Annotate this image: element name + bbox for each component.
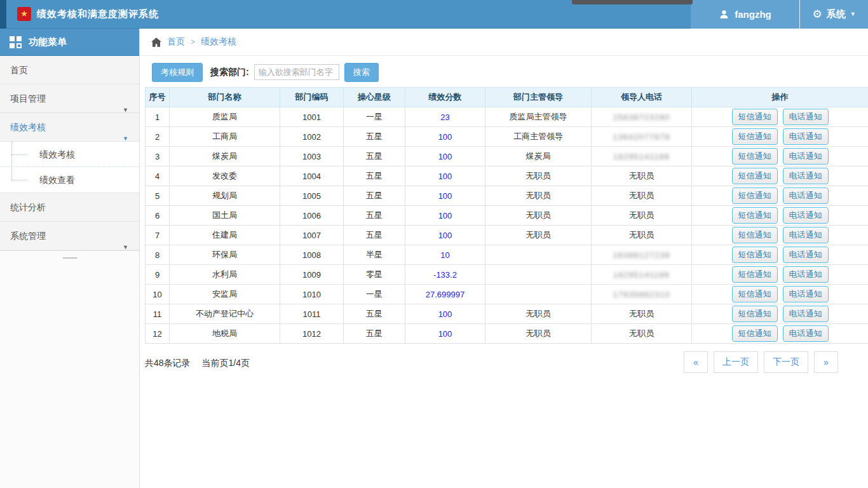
call-notify-button[interactable]: 电话通知	[783, 247, 829, 263]
sidebar-item-home[interactable]: 首页	[0, 56, 139, 85]
call-notify-button[interactable]: 电话通知	[783, 325, 829, 342]
call-notify-button[interactable]: 电话通知	[783, 286, 829, 302]
call-notify-button[interactable]: 电话通知	[783, 187, 829, 204]
sms-notify-button[interactable]: 短信通知	[732, 325, 778, 342]
score-link[interactable]: 23	[440, 112, 449, 122]
col-header-dept-code: 部门编码	[280, 88, 344, 107]
cell-star-level: 五星	[344, 147, 405, 166]
cell-dept-name: 煤炭局	[170, 147, 280, 166]
current-page-text: 当前页1/4页	[201, 358, 249, 368]
cell-dept-name: 水利局	[170, 265, 280, 285]
sidebar-item-label: 项目管理	[10, 93, 46, 104]
topbar-left-strip	[0, 0, 6, 29]
cell-score: 100	[405, 226, 485, 245]
cell-dept-name: 发改委	[170, 166, 280, 186]
last-page-button[interactable]: »	[814, 351, 838, 373]
sidebar: 功能菜单 首页 项目管理 ▼ 绩效考核 ▼ 绩效考核 绩效查看 统计分析 系统管…	[0, 29, 140, 488]
sms-notify-button[interactable]: 短信通知	[732, 128, 778, 145]
sidebar-subitem-performance-view[interactable]: 绩效查看	[0, 167, 139, 193]
cell-score: 100	[405, 206, 485, 226]
cell-no: 5	[146, 186, 170, 206]
cell-actions: 短信通知电话通知	[692, 186, 868, 206]
sms-notify-button[interactable]: 短信通知	[732, 207, 778, 224]
table-row: 12地税局1012五星100无职员无职员短信通知电话通知	[146, 324, 868, 344]
call-notify-button[interactable]: 电话通知	[783, 128, 829, 145]
call-notify-button[interactable]: 电话通知	[783, 207, 829, 224]
breadcrumb-current[interactable]: 绩效考核	[201, 36, 236, 48]
main-content: 首页 > 绩效考核 考核规则 搜索部门: 搜索 序号 部门名称 部门编码 操心星…	[140, 29, 868, 488]
cell-score: 100	[405, 166, 485, 186]
cell-score: 100	[405, 147, 485, 166]
call-notify-button[interactable]: 电话通知	[783, 306, 829, 322]
cell-leader-phone: 17935862310	[592, 285, 692, 304]
sidebar-header: 功能菜单	[0, 29, 139, 56]
system-menu[interactable]: ⚙ 系统 ▼	[800, 0, 868, 29]
cell-dept-name: 不动产登记中心	[170, 304, 280, 324]
sidebar-subitem-performance-assessment[interactable]: 绩效考核	[0, 142, 139, 167]
assessment-rules-button[interactable]: 考核规则	[152, 63, 203, 82]
score-link[interactable]: 100	[438, 191, 452, 201]
breadcrumb-home-link[interactable]: 首页	[167, 36, 185, 48]
sidebar-subitem-label: 绩效查看	[39, 175, 75, 185]
chevron-down-icon: ▼	[123, 233, 128, 261]
score-link[interactable]: -133.2	[433, 270, 457, 280]
col-header-score: 绩效分数	[405, 88, 485, 107]
next-page-button[interactable]: 下一页	[764, 351, 808, 373]
blurred-phone-number: 18295141186	[613, 152, 670, 161]
score-link[interactable]: 100	[438, 172, 452, 181]
sidebar-item-system-management[interactable]: 系统管理 ▼	[0, 222, 139, 250]
call-notify-button[interactable]: 电话通知	[783, 266, 829, 283]
cell-actions: 短信通知电话通知	[692, 107, 868, 127]
score-link[interactable]: 100	[438, 152, 452, 161]
cell-score: 100	[405, 304, 485, 324]
sidebar-collapse-handle[interactable]	[0, 250, 139, 264]
score-link[interactable]: 100	[438, 132, 452, 142]
sidebar-item-performance-assessment[interactable]: 绩效考核 ▼	[0, 113, 139, 142]
col-header-no: 序号	[146, 88, 170, 107]
score-link[interactable]: 100	[438, 309, 452, 319]
user-menu[interactable]: fangzhg	[691, 0, 799, 29]
call-notify-button[interactable]: 电话通知	[783, 227, 829, 243]
cell-no: 7	[146, 226, 170, 245]
cell-star-level: 半星	[344, 245, 405, 265]
cell-leader	[485, 285, 592, 304]
department-table: 序号 部门名称 部门编码 操心星级 绩效分数 部门主管领导 领导人电话 操作 1…	[145, 87, 868, 344]
search-input[interactable]	[254, 64, 339, 80]
score-link[interactable]: 10	[440, 250, 449, 260]
sms-notify-button[interactable]: 短信通知	[732, 247, 778, 263]
score-link[interactable]: 27.699997	[426, 290, 465, 299]
blurred-phone-number: 18295141186	[613, 270, 670, 280]
sidebar-item-statistics[interactable]: 统计分析	[0, 193, 139, 222]
call-notify-button[interactable]: 电话通知	[783, 168, 829, 184]
sms-notify-button[interactable]: 短信通知	[732, 148, 778, 165]
cell-star-level: 五星	[344, 186, 405, 206]
toolbar: 考核规则 搜索部门: 搜索	[140, 59, 868, 85]
cell-leader: 无职员	[485, 206, 592, 226]
score-link[interactable]: 100	[438, 329, 452, 339]
sms-notify-button[interactable]: 短信通知	[732, 227, 778, 243]
sms-notify-button[interactable]: 短信通知	[732, 286, 778, 302]
cell-dept-code: 1007	[280, 226, 344, 245]
score-link[interactable]: 100	[438, 211, 452, 220]
sms-notify-button[interactable]: 短信通知	[732, 109, 778, 125]
cell-star-level: 五星	[344, 206, 405, 226]
cell-no: 10	[146, 285, 170, 304]
first-page-button[interactable]: «	[684, 351, 708, 373]
cell-dept-code: 1011	[280, 304, 344, 324]
col-header-star-level: 操心星级	[344, 88, 405, 107]
cell-no: 1	[146, 107, 170, 127]
call-notify-button[interactable]: 电话通知	[783, 109, 829, 125]
search-button[interactable]: 搜索	[344, 63, 379, 82]
sms-notify-button[interactable]: 短信通知	[732, 187, 778, 204]
table-row: 1质监局1001一星23质监局主管领导15838723280短信通知电话通知	[146, 107, 868, 127]
sms-notify-button[interactable]: 短信通知	[732, 306, 778, 322]
score-link[interactable]: 100	[438, 231, 452, 240]
sms-notify-button[interactable]: 短信通知	[732, 266, 778, 283]
prev-page-button[interactable]: 上一页	[714, 351, 758, 373]
sms-notify-button[interactable]: 短信通知	[732, 168, 778, 184]
call-notify-button[interactable]: 电话通知	[783, 148, 829, 165]
cell-no: 8	[146, 245, 170, 265]
sidebar-item-project-management[interactable]: 项目管理 ▼	[0, 85, 139, 113]
cell-leader: 无职员	[485, 186, 592, 206]
cell-dept-name: 安监局	[170, 285, 280, 304]
